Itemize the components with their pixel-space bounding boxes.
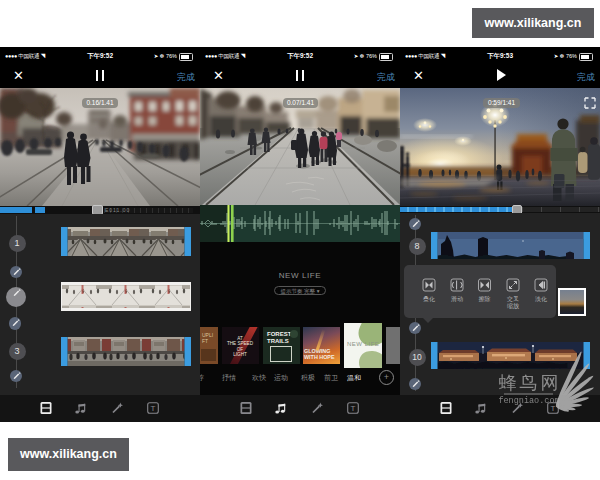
svg-text:fengniao.com: fengniao.com xyxy=(498,396,559,406)
svg-text:蜂鸟网: 蜂鸟网 xyxy=(499,373,562,393)
svg-text:擦除: 擦除 xyxy=(479,295,491,303)
svg-text:叠化: 叠化 xyxy=(423,295,435,303)
svg-text:交叉: 交叉 xyxy=(506,295,519,302)
svg-text:缩放: 缩放 xyxy=(507,302,519,310)
svg-text:滑动: 滑动 xyxy=(451,295,463,302)
svg-text:淡化: 淡化 xyxy=(535,296,547,303)
